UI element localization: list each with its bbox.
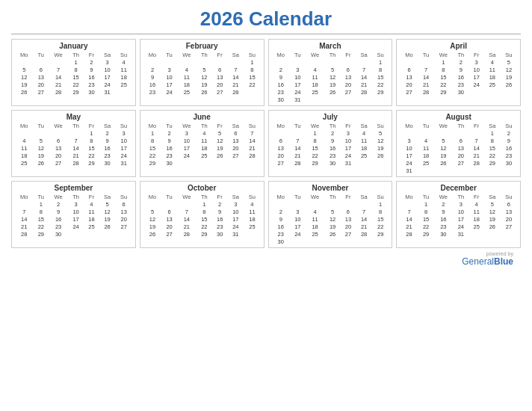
day-cell <box>244 88 260 96</box>
day-cell <box>306 96 325 103</box>
day-cell: 17 <box>116 144 132 152</box>
day-cell: 2 <box>143 66 161 73</box>
table-row: 567891011 <box>143 208 261 215</box>
day-cell: 27 <box>400 88 418 96</box>
day-cell: 24 <box>161 88 177 96</box>
day-cell: 16 <box>453 73 468 81</box>
table-row: 891011121314 <box>143 137 261 144</box>
day-cell <box>15 200 33 208</box>
day-cell: 12 <box>484 208 501 215</box>
day-cell <box>33 129 49 137</box>
day-cell: 29 <box>306 159 325 167</box>
day-header: Th <box>325 52 341 58</box>
day-cell <box>49 58 68 66</box>
day-cell: 14 <box>400 215 418 223</box>
brand-name: GeneralBlue <box>11 256 513 267</box>
day-cell <box>177 159 197 167</box>
day-cell: 7 <box>244 129 260 137</box>
day-header: Tu <box>161 194 177 200</box>
day-cell: 29 <box>372 230 389 238</box>
day-cell: 21 <box>68 152 84 159</box>
day-cell: 8 <box>197 208 212 215</box>
day-header: Tu <box>418 52 434 58</box>
day-cell: 7 <box>468 137 483 144</box>
table-row: 31 <box>400 167 517 174</box>
day-cell: 2 <box>99 129 116 137</box>
day-header: Mo <box>400 194 418 200</box>
month-may: MayMoTuWeThFrSaSu12345678910111213141516… <box>11 110 136 177</box>
day-cell: 6 <box>212 66 227 73</box>
day-header: Mo <box>272 52 290 58</box>
day-cell: 21 <box>227 81 244 88</box>
day-cell: 16 <box>161 144 177 152</box>
day-header: Tu <box>418 123 434 129</box>
day-header: Su <box>116 123 132 129</box>
day-cell <box>272 200 290 208</box>
day-header: Su <box>372 123 389 129</box>
day-cell: 2 <box>84 58 99 66</box>
day-cell: 29 <box>197 230 212 238</box>
day-cell: 7 <box>49 66 68 73</box>
day-cell: 18 <box>15 152 33 159</box>
day-cell: 11 <box>468 208 483 215</box>
day-cell <box>306 200 325 208</box>
day-cell: 16 <box>143 81 161 88</box>
day-cell: 25 <box>468 223 483 230</box>
day-cell: 25 <box>15 159 33 167</box>
day-cell: 14 <box>418 73 434 81</box>
month-title-june: June <box>143 113 261 121</box>
table-row: 2728293031 <box>272 159 389 167</box>
day-cell: 14 <box>49 73 68 81</box>
day-cell: 10 <box>161 73 177 81</box>
day-cell <box>433 129 453 137</box>
day-cell <box>15 129 33 137</box>
day-header: Sa <box>484 52 501 58</box>
day-cell: 14 <box>356 215 372 223</box>
day-cell: 2 <box>161 129 177 137</box>
day-cell <box>325 200 341 208</box>
day-header: Mo <box>143 123 161 129</box>
day-cell: 18 <box>468 215 483 223</box>
day-cell: 4 <box>116 58 132 66</box>
day-cell: 13 <box>341 215 356 223</box>
day-cell: 2 <box>272 208 290 215</box>
table-row: 12131415161718 <box>15 73 132 81</box>
day-cell: 10 <box>400 144 418 152</box>
day-cell: 31 <box>227 230 244 238</box>
day-header: We <box>306 194 325 200</box>
day-cell: 20 <box>501 215 517 223</box>
day-cell: 12 <box>325 73 341 81</box>
day-cell: 31 <box>453 230 468 238</box>
day-header: Fr <box>468 123 483 129</box>
day-cell <box>290 129 306 137</box>
day-cell: 6 <box>341 208 356 215</box>
day-cell: 3 <box>68 200 84 208</box>
table-row: 19202122232425 <box>143 223 261 230</box>
day-cell: 13 <box>49 144 68 152</box>
day-cell: 10 <box>227 208 244 215</box>
day-cell: 18 <box>197 144 212 152</box>
day-cell: 3 <box>400 137 418 144</box>
day-cell <box>484 167 501 174</box>
table-row: 2345678 <box>272 208 389 215</box>
day-cell <box>227 58 244 66</box>
brand-general: General <box>462 256 494 267</box>
day-cell: 7 <box>15 208 33 215</box>
day-cell: 26 <box>143 230 161 238</box>
day-cell: 8 <box>372 208 389 215</box>
day-cell <box>484 230 501 238</box>
day-cell: 4 <box>468 200 483 208</box>
day-cell: 28 <box>68 159 84 167</box>
day-cell: 18 <box>306 81 325 88</box>
month-september: SeptemberMoTuWeThFrSaSu12345678910111213… <box>11 181 136 248</box>
day-cell: 29 <box>418 230 434 238</box>
day-cell <box>212 58 227 66</box>
day-cell: 27 <box>341 88 356 96</box>
day-cell: 26 <box>33 159 49 167</box>
day-cell: 10 <box>453 208 468 215</box>
day-cell: 19 <box>501 73 517 81</box>
day-cell: 28 <box>290 159 306 167</box>
day-header: Tu <box>33 52 49 58</box>
day-cell: 23 <box>143 88 161 96</box>
day-cell: 5 <box>433 137 453 144</box>
